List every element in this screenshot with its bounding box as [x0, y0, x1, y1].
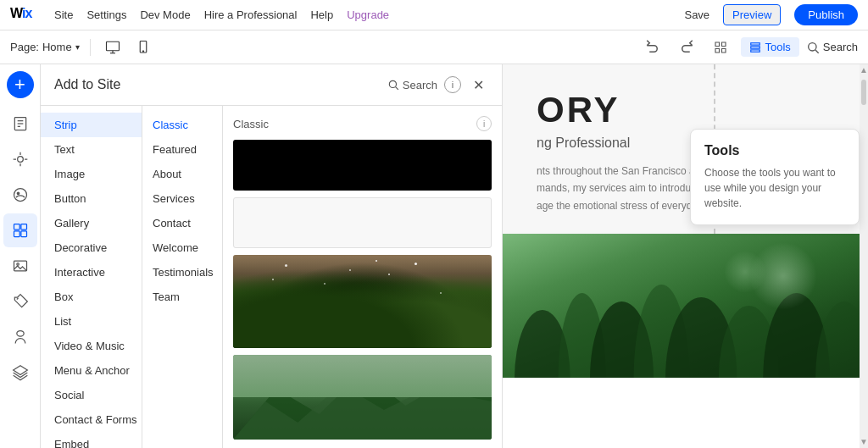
- category-social[interactable]: Social: [41, 383, 142, 407]
- sidebar-icon-apps[interactable]: [3, 320, 37, 354]
- svg-rect-7: [751, 42, 760, 44]
- svg-point-10: [808, 42, 815, 50]
- second-toolbar: Page: Home ▾: [0, 30, 868, 64]
- strip-preview-mountains[interactable]: [233, 355, 492, 440]
- category-menu-anchor[interactable]: Menu & Anchor: [41, 358, 142, 383]
- save-button[interactable]: Save: [684, 8, 709, 21]
- undo-button[interactable]: [639, 34, 666, 61]
- sidebar-icon-image[interactable]: [3, 249, 37, 283]
- preview-content: ORY ng Professional nts throughout the S…: [503, 64, 868, 448]
- sidebar-icon-pages[interactable]: [3, 107, 37, 141]
- svg-rect-20: [20, 224, 26, 230]
- category-embed[interactable]: Embed: [41, 432, 142, 448]
- sidebar-icon-layers[interactable]: [3, 356, 37, 390]
- sidebar-icon-paint[interactable]: [3, 285, 37, 318]
- category-gallery[interactable]: Gallery: [41, 211, 142, 235]
- subcategory-services[interactable]: Services: [142, 186, 222, 211]
- strip-preview-empty[interactable]: [233, 197, 492, 248]
- icon-sidebar: +: [0, 64, 41, 448]
- subcategory-contact[interactable]: Contact: [142, 211, 222, 235]
- panel-search-label: Search: [403, 79, 437, 91]
- redo-button[interactable]: [673, 34, 700, 61]
- nav-hire-pro[interactable]: Hire a Professional: [204, 8, 298, 21]
- mobile-view-button[interactable]: [131, 36, 155, 59]
- svg-line-28: [395, 87, 398, 90]
- svg-line-11: [815, 50, 819, 53]
- category-decorative[interactable]: Decorative: [41, 235, 142, 260]
- category-contact-forms[interactable]: Contact & Forms: [41, 407, 142, 432]
- category-box[interactable]: Box: [41, 285, 142, 309]
- desktop-view-button[interactable]: [101, 36, 125, 59]
- svg-point-24: [16, 263, 18, 266]
- content-area: Classic i: [223, 106, 502, 448]
- subcategory-team[interactable]: Team: [142, 285, 222, 309]
- panel-title: Add to Site: [54, 77, 381, 92]
- search-button[interactable]: Search: [806, 41, 858, 54]
- page-name: Home: [42, 41, 72, 53]
- website-preview: ORY ng Professional nts throughout the S…: [503, 64, 868, 448]
- nav-settings[interactable]: Settings: [86, 8, 126, 21]
- category-button[interactable]: Button: [41, 186, 142, 211]
- preview-button[interactable]: Preview: [723, 4, 781, 25]
- category-list[interactable]: List: [41, 309, 142, 334]
- tools-tooltip-description: Choose the tools you want to use while y…: [704, 165, 845, 211]
- subcategory-welcome[interactable]: Welcome: [142, 235, 222, 260]
- strip-preview-forest[interactable]: [233, 255, 492, 348]
- panel-body: Strip Text Image Button Gallery Decorati…: [41, 106, 502, 448]
- subcategory-classic[interactable]: Classic: [142, 113, 222, 137]
- nav-upgrade[interactable]: Upgrade: [347, 8, 389, 21]
- preview-scrollbar[interactable]: ▲ ▼: [860, 64, 868, 448]
- svg-rect-9: [751, 49, 760, 51]
- category-text[interactable]: Text: [41, 137, 142, 162]
- category-image[interactable]: Image: [41, 162, 142, 186]
- scroll-down-arrow[interactable]: ▼: [860, 438, 868, 446]
- section-title: Classic: [233, 118, 269, 130]
- subcategory-testimonials[interactable]: Testimonials: [142, 260, 222, 285]
- panel-help-button[interactable]: i: [444, 76, 461, 93]
- sidebar-icon-media[interactable]: [3, 178, 37, 212]
- toolbar-divider: [90, 39, 91, 56]
- nav-help[interactable]: Help: [310, 8, 333, 21]
- svg-text:ix: ix: [22, 6, 32, 20]
- sidebar-icon-design[interactable]: [3, 142, 37, 176]
- section-info-icon[interactable]: i: [476, 116, 492, 131]
- search-label: Search: [823, 41, 858, 53]
- subcategory-featured[interactable]: Featured: [142, 137, 222, 162]
- svg-rect-19: [14, 224, 19, 230]
- svg-point-18: [17, 192, 19, 195]
- add-button[interactable]: +: [7, 71, 34, 98]
- svg-point-16: [17, 157, 23, 163]
- tools-label: Tools: [765, 41, 790, 53]
- grid-view-button[interactable]: [707, 34, 734, 61]
- svg-rect-21: [14, 231, 19, 237]
- subcategory-about[interactable]: About: [142, 162, 222, 186]
- category-interactive[interactable]: Interactive: [41, 260, 142, 285]
- svg-rect-2: [106, 41, 119, 51]
- svg-point-6: [142, 50, 143, 51]
- svg-marker-26: [13, 366, 27, 375]
- strip-preview-black[interactable]: [233, 140, 492, 191]
- toolbar-right: Tools Search: [639, 34, 858, 61]
- panel-search-button[interactable]: Search: [387, 79, 437, 91]
- svg-rect-22: [20, 231, 26, 237]
- top-navigation: W ix Site Settings Dev Mode Hire a Profe…: [0, 0, 868, 30]
- add-panel: Add to Site Search i ✕ Strip Text Image …: [41, 64, 503, 448]
- scroll-thumb[interactable]: [861, 80, 866, 105]
- tools-button[interactable]: Tools: [741, 37, 798, 57]
- panel-close-button[interactable]: ✕: [468, 75, 488, 95]
- category-list: Strip Text Image Button Gallery Decorati…: [41, 106, 142, 448]
- sidebar-icon-add[interactable]: [3, 213, 37, 247]
- main-area: +: [0, 64, 868, 448]
- svg-rect-8: [751, 46, 760, 47]
- page-label-text: Page:: [10, 41, 39, 53]
- svg-line-25: [16, 298, 18, 300]
- svg-point-27: [389, 80, 396, 87]
- scroll-up-arrow[interactable]: ▲: [860, 66, 868, 75]
- category-video-music[interactable]: Video & Music: [41, 334, 142, 358]
- nav-dev-mode[interactable]: Dev Mode: [140, 8, 190, 21]
- nav-site[interactable]: Site: [54, 8, 73, 21]
- tools-tooltip: Tools Choose the tools you want to use w…: [690, 129, 860, 225]
- category-strip[interactable]: Strip: [41, 113, 142, 137]
- page-selector[interactable]: Page: Home ▾: [10, 41, 80, 53]
- publish-button[interactable]: Publish: [794, 4, 858, 25]
